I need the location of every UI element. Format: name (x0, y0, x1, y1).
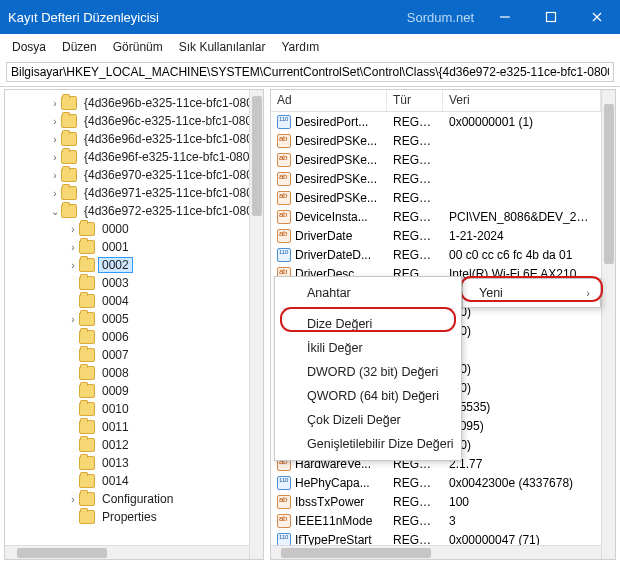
value-data: 0x0042300e (4337678) (443, 476, 601, 490)
submenu-item[interactable]: Dize Değeri (277, 312, 459, 336)
menu-yardım[interactable]: Yardım (275, 38, 325, 56)
binary-value-icon (277, 115, 291, 129)
submenu-item[interactable]: Genişletilebilir Dize Değeri (277, 432, 459, 456)
tree-item[interactable]: ›{4d36e96d-e325-11ce-bfc1-0800 (7, 130, 263, 148)
binary-value-icon (277, 533, 291, 546)
tree-item[interactable]: 0008 (7, 364, 263, 382)
menu-düzen[interactable]: Düzen (56, 38, 103, 56)
value-type: REG_D... (387, 115, 443, 129)
close-button[interactable] (574, 0, 620, 34)
list-row[interactable]: DriverDateD...REG_BI...00 c0 cc c6 fc 4b… (271, 245, 601, 264)
tree-item[interactable]: ›{4d36e96f-e325-11ce-bfc1-0800 (7, 148, 263, 166)
submenu-item[interactable]: DWORD (32 bit) Değeri (277, 360, 459, 384)
expand-arrow-icon[interactable]: › (49, 116, 61, 127)
list-row[interactable]: IfTypePreStartREG_D...0x00000047 (71) (271, 530, 601, 545)
value-name: DriverDateD... (295, 248, 371, 262)
col-type[interactable]: Tür (387, 90, 443, 111)
folder-icon (79, 294, 95, 308)
string-value-icon (277, 210, 291, 224)
expand-arrow-icon[interactable]: › (49, 152, 61, 163)
value-type: REG_D... (387, 476, 443, 490)
folder-icon (61, 186, 77, 200)
value-name: DesiredPSKe... (295, 153, 377, 167)
tree-item[interactable]: 0007 (7, 346, 263, 364)
value-data: 100 (443, 495, 601, 509)
expand-arrow-icon[interactable]: › (67, 260, 79, 271)
tree-item[interactable]: ›{4d36e970-e325-11ce-bfc1-0800 (7, 166, 263, 184)
list-row[interactable]: DesiredPort...REG_D...0x00000001 (1) (271, 112, 601, 131)
value-type: REG_SZ (387, 191, 443, 205)
tree-item[interactable]: ⌄{4d36e972-e325-11ce-bfc1-0800 (7, 202, 263, 220)
tree-item[interactable]: 0014 (7, 472, 263, 490)
menu-dosya[interactable]: Dosya (6, 38, 52, 56)
col-value[interactable]: Veri (443, 90, 601, 111)
expand-arrow-icon[interactable]: › (67, 314, 79, 325)
tree-item-label: 0003 (99, 276, 132, 290)
list-row[interactable]: IbssTxPowerREG_SZ100 (271, 492, 601, 511)
tree-item[interactable]: Properties (7, 508, 263, 526)
list-hscroll[interactable] (271, 545, 601, 559)
tree-item[interactable]: ›0005 (7, 310, 263, 328)
tree-item[interactable]: 0012 (7, 436, 263, 454)
value-name: DesiredPort... (295, 115, 368, 129)
expand-arrow-icon[interactable]: › (67, 242, 79, 253)
submenu-item[interactable]: İkili Değer (277, 336, 459, 360)
tree-hscroll[interactable] (5, 545, 249, 559)
tree-item[interactable]: 0003 (7, 274, 263, 292)
tree-vscroll[interactable] (249, 90, 263, 559)
expand-arrow-icon[interactable]: › (67, 224, 79, 235)
tree-item-label: 0007 (99, 348, 132, 362)
expand-arrow-icon[interactable]: ⌄ (49, 206, 61, 217)
list-vscroll[interactable] (601, 90, 615, 559)
value-data: 1-21-2024 (443, 229, 601, 243)
tree-item[interactable]: 0011 (7, 418, 263, 436)
value-type: REG_SZ (387, 134, 443, 148)
value-name: DeviceInsta... (295, 210, 368, 224)
tree-item[interactable]: 0009 (7, 382, 263, 400)
window-title: Kayıt Defteri Düzenleyicisi (8, 10, 407, 25)
list-row[interactable]: DeviceInsta...REG_SZPCI\VEN_8086&DEV_272… (271, 207, 601, 226)
tree-item[interactable]: 0004 (7, 292, 263, 310)
tree-item-label: {4d36e970-e325-11ce-bfc1-0800 (81, 168, 262, 182)
tree-item[interactable]: ›0002 (7, 256, 263, 274)
address-input[interactable] (6, 62, 614, 82)
list-row[interactable]: DesiredPSKe...REG_SZ (271, 150, 601, 169)
expand-arrow-icon[interactable]: › (49, 98, 61, 109)
value-data: ) (0) (443, 324, 601, 338)
tree-item[interactable]: ›0000 (7, 220, 263, 238)
submenu-item[interactable]: QWORD (64 bit) Değeri (277, 384, 459, 408)
list-row[interactable]: DesiredPSKe...REG_SZ (271, 188, 601, 207)
tree-item[interactable]: 0006 (7, 328, 263, 346)
list-row[interactable]: IEEE11nModeREG_SZ3 (271, 511, 601, 530)
menu-görünüm[interactable]: Görünüm (107, 38, 169, 56)
tree-item[interactable]: ›{4d36e96b-e325-11ce-bfc1-0800 (7, 94, 263, 112)
tree-item[interactable]: ›Configuration (7, 490, 263, 508)
expand-arrow-icon[interactable]: › (49, 188, 61, 199)
submenu-item[interactable]: Anahtar (277, 281, 459, 305)
string-value-icon (277, 172, 291, 186)
tree-item[interactable]: ›{4d36e971-e325-11ce-bfc1-0800 (7, 184, 263, 202)
col-name[interactable]: Ad (271, 90, 387, 111)
expand-arrow-icon[interactable]: › (49, 170, 61, 181)
submenu-item[interactable]: Çok Dizeli Değer (277, 408, 459, 432)
list-row[interactable]: DesiredPSKe...REG_SZ (271, 131, 601, 150)
tree-item[interactable]: ›0001 (7, 238, 263, 256)
parent-menu-yeni[interactable]: Yeni › (462, 278, 601, 308)
minimize-button[interactable] (482, 0, 528, 34)
maximize-button[interactable] (528, 0, 574, 34)
expand-arrow-icon[interactable]: › (49, 134, 61, 145)
tree-item[interactable]: 0013 (7, 454, 263, 472)
string-value-icon (277, 134, 291, 148)
value-data: 3 (443, 514, 601, 528)
tree-item-label: 0011 (99, 420, 132, 434)
address-bar (0, 60, 620, 86)
menu-sık kullanılanlar[interactable]: Sık Kullanılanlar (173, 38, 272, 56)
list-row[interactable]: HePhyCapa...REG_D...0x0042300e (4337678) (271, 473, 601, 492)
value-name: DriverDate (295, 229, 352, 243)
tree-pane: ›{4d36e96b-e325-11ce-bfc1-0800›{4d36e96c… (4, 89, 264, 560)
list-row[interactable]: DesiredPSKe...REG_SZ (271, 169, 601, 188)
expand-arrow-icon[interactable]: › (67, 494, 79, 505)
list-row[interactable]: DriverDateREG_SZ1-21-2024 (271, 226, 601, 245)
tree-item[interactable]: ›{4d36e96c-e325-11ce-bfc1-0800 (7, 112, 263, 130)
tree-item[interactable]: 0010 (7, 400, 263, 418)
